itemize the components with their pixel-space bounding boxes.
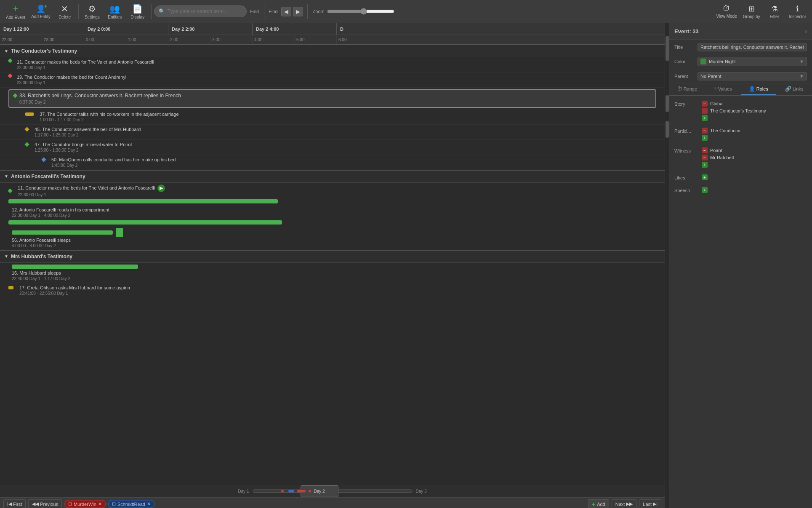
group-body-conductors: 11. Conductor makes the beds for The Val… [0,57,665,170]
parent-field-label: Parent [674,74,698,79]
tab-values[interactable]: ≡ Values [705,83,741,95]
inspector-field-parent: Parent No Parent ▼ [669,69,812,83]
view-mode-button[interactable]: ⏱ View Mode [713,1,739,21]
find-back-button[interactable]: ◀ [281,7,291,16]
display-label: Display [130,15,144,19]
right-scrollbar-thumb-3[interactable] [666,121,669,138]
day3-marker: Day 3 [416,489,427,494]
scenario-murder-win[interactable]: ⊟ MurderWin ✕ [64,500,106,508]
list-item: − Poirot [702,147,807,153]
likes-add-button[interactable]: + [702,174,708,180]
event-info-37: 37. The Conductor talks with his co-work… [36,111,665,122]
selected-event-box[interactable]: 33. Ratchett's bell rings. Conductor ans… [8,89,656,108]
settings-button[interactable]: ⚙ Settings [81,1,103,21]
inspector-button[interactable]: ℹ Inspector [786,1,809,21]
settings-icon: ⚙ [88,4,96,14]
event-time-33: 0:37:00 Day 2 [19,100,181,104]
day1-marker: Day 1 [238,489,249,494]
group-title-hubbard: Mrs Hubbard's Testimony [11,254,72,259]
table-row[interactable]: 37. The Conductor talks with his co-work… [0,110,665,125]
table-row[interactable]: 11. Conductor makes the beds for The Val… [0,57,665,72]
event-info-47: 47. The Condutor brings mineral water to… [31,142,665,152]
story-conductor-remove-button[interactable]: − [702,108,708,114]
scenario-schmidt-read[interactable]: ⊟ SchmidtRead ✕ [108,500,154,508]
group-by-button[interactable]: ⊞ Group by [740,1,763,21]
delete-button[interactable]: ✕ Delete [54,1,76,21]
event-title-a56: 56. Antonio Foscarelli sleeps [12,237,661,243]
display-button[interactable]: 📄 Display [127,1,149,21]
diamond-yellow-icon-45 [24,127,29,131]
color-select[interactable]: Murder Night ▼ [698,57,807,66]
table-row[interactable]: 50. MacQueen calls conductor and has him… [0,155,665,170]
right-scrollbar[interactable] [665,23,669,508]
role-story-row: Story − Global − The Conductor's Testimo… [674,99,807,123]
table-row[interactable]: 12. Antonio Foscarelli reads in his comp… [0,205,665,220]
table-row[interactable]: 17. Greta Ohlsson asks Mrs Hubbard for s… [0,283,665,298]
zoom-slider[interactable] [327,8,394,15]
group-header-antonio[interactable]: ▼ Antonio Foscarelli's Testimony [0,170,665,183]
event-time-47: 1:25:00 - 1:30:00 Day 2 [35,148,661,152]
toolbar-separator-4 [307,4,308,19]
parent-select[interactable]: No Parent ▼ [698,72,807,80]
add-event-button[interactable]: + Add Event [3,1,28,21]
group-header-hubbard[interactable]: ▼ Mrs Hubbard's Testimony [0,250,665,263]
timeline-scrollbar[interactable]: Day 2 [253,487,413,495]
next-button[interactable]: Next ▶▶ [612,499,637,508]
add-entity-label: Add Entity [31,14,51,19]
witness-add-button[interactable]: + [702,162,708,168]
tab-roles[interactable]: 👤 Roles [741,83,777,95]
story-add-button[interactable]: + [702,115,708,121]
witness-poirot-remove-button[interactable]: − [702,147,708,153]
settings-label: Settings [85,15,100,19]
event-title-a12: 12. Antonio Foscarelli reads in his comp… [12,207,661,213]
title-field-input[interactable] [698,43,807,51]
search-input[interactable] [168,8,235,14]
diamond-green-icon [8,58,12,63]
find-forward-button[interactable]: ▶ [293,7,303,16]
tab-range[interactable]: ⏱ Range [669,83,705,95]
entities-button[interactable]: 👥 Entities [104,1,126,21]
partici-conductor-remove-button[interactable]: − [702,128,708,134]
previous-button[interactable]: ◀◀ Previous [28,499,62,508]
last-button[interactable]: Last ▶| [639,499,661,508]
event-bar-edge-a56 [116,228,123,237]
first-button[interactable]: |◀ First [3,499,26,508]
story-global-remove-button[interactable]: − [702,101,708,107]
table-row[interactable]: 47. The Condutor brings mineral water to… [0,140,665,155]
play-button-icon[interactable]: ▶ [157,184,165,192]
first-icon: |◀ [7,501,12,507]
partici-add-button[interactable]: + [702,135,708,141]
inspector-arrow[interactable]: › [805,28,807,35]
event-time-a11: 22:30:00 Day 1 [18,193,661,197]
partici-role-label: Partici... [674,128,702,134]
group-conductors-testimony: ▼ The Conductor's Testimony 11. Conducto… [0,45,665,170]
table-row[interactable]: 56. Antonio Foscarelli sleeps 4:00:00 - … [0,226,665,250]
scenario-schmidt-close[interactable]: ✕ [147,501,151,507]
group-header-conductors[interactable]: ▼ The Conductor's Testimony [0,45,665,57]
event-time-37: 1:00:00 - 1:17:00 Day 2 [40,118,661,122]
filter-button[interactable]: ⚗ Filter [764,1,785,21]
add-entity-button[interactable]: 👤 + Add Entity [29,1,53,21]
scenario-murder-close[interactable]: ✕ [98,501,102,507]
bar-row-a12 [8,220,656,225]
diamond-green-icon-33 [13,93,17,98]
tab-links[interactable]: 🔗 Links [776,83,812,95]
tab-values-label: Values [718,86,732,91]
likes-role-values: + [702,174,807,180]
timeline-content[interactable]: ▼ The Conductor's Testimony 11. Conducto… [0,45,665,485]
add-button[interactable]: + Add [588,499,609,508]
table-row[interactable]: 11. Conductor makes the beds for The Val… [0,183,665,199]
speech-add-button[interactable]: + [702,187,708,193]
story-role-label: Story [674,101,702,107]
witness-role-values: − Poirot − Mr Ratchett + [702,147,807,168]
event-title-45: 45. The Conductor answers the bell of Mr… [35,126,661,132]
hour-1: 1:00 [126,35,168,44]
witness-ratchett-remove-button[interactable]: − [702,155,708,160]
right-scrollbar-thumb-2[interactable] [666,95,669,112]
day-label-4: Day 2 4:00 [253,23,337,35]
table-row[interactable]: 45. The Conductor answers the bell of Mr… [0,125,665,140]
table-row[interactable]: 19. The Conductor makes the bed for Coun… [0,72,665,88]
table-row[interactable]: 16. Mrs Hubbard sleeps 22:40:00 Day 1 - … [0,263,665,283]
tab-links-label: Links [793,86,804,91]
right-scrollbar-thumb[interactable] [666,36,669,61]
